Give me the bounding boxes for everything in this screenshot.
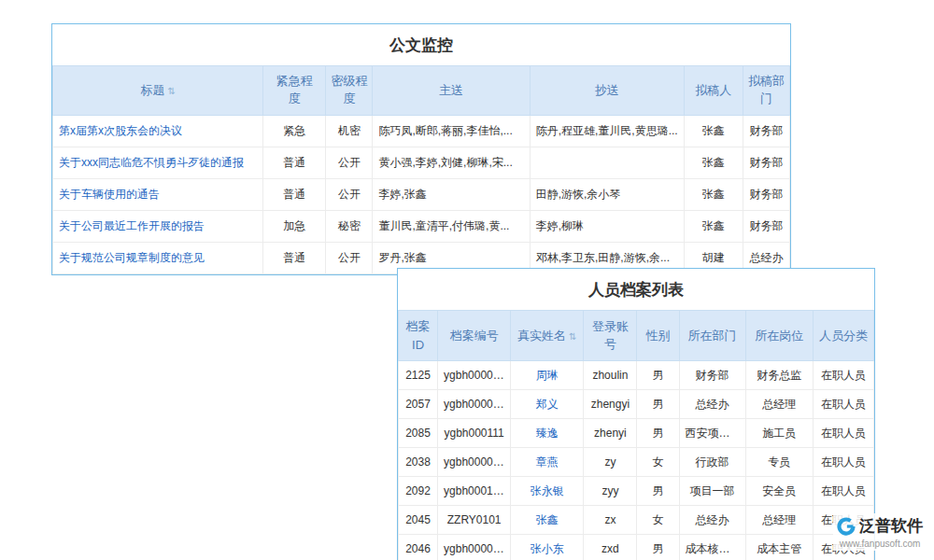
doc-title-link[interactable]: 关于车辆使用的通告 [59, 188, 160, 201]
brand-url[interactable]: www.fanpusoft.com [840, 539, 921, 549]
cell-gender: 男 [637, 419, 679, 448]
col-header-post: 所在岗位 [745, 311, 813, 361]
col-header-gender: 性别 [637, 311, 679, 361]
doc-monitor-table: 标题⇅ 紧急程度 密级程度 主送 抄送 拟稿人 拟稿部门 第x届第x次股东会的决… [52, 65, 790, 274]
cell-doc-title: 关于车辆使用的通告 [53, 178, 263, 210]
cell-urgency: 普通 [263, 147, 326, 178]
cell-category: 在职人员 [813, 361, 873, 390]
person-name-link[interactable]: 章燕 [536, 455, 559, 469]
col-header-archive-id-label: 档案ID [406, 319, 431, 352]
person-name-link[interactable]: 张鑫 [536, 513, 559, 526]
cell-account: zyy [584, 477, 637, 506]
cell-dept: 成本核算部 [679, 535, 745, 560]
doc-monitor-panel: 公文监控 标题⇅ 紧急程度 密级程度 主送 抄送 拟稿人 拟稿部门 第x届第x次… [51, 23, 791, 275]
col-header-cc-label: 抄送 [595, 83, 619, 97]
cell-archive-code: ygbh000068 [438, 390, 511, 419]
cell-real-name: 张小东 [511, 535, 584, 560]
col-header-main-send-label: 主送 [439, 83, 463, 97]
doc-title-link[interactable]: 关于xxx同志临危不惧勇斗歹徒的通报 [59, 156, 244, 169]
cell-drafter: 张鑫 [684, 178, 743, 210]
cell-gender: 女 [637, 448, 679, 477]
cell-urgency: 加急 [263, 210, 326, 242]
col-header-dept: 所在部门 [679, 311, 745, 361]
col-header-category: 人员分类 [813, 311, 873, 361]
col-header-account-label: 登录账号 [590, 318, 630, 354]
col-header-archive-code: 档案编号 [438, 311, 511, 361]
cell-post: 总经理 [745, 506, 813, 535]
col-header-secrecy: 密级程度 [326, 66, 373, 116]
cell-secrecy: 机密 [326, 115, 373, 147]
col-header-real-name[interactable]: 真实姓名⇅ [511, 311, 584, 361]
cell-category: 在职人员 [813, 448, 873, 477]
cell-gender: 女 [637, 506, 679, 535]
col-header-doc-title[interactable]: 标题⇅ [53, 66, 263, 116]
cell-draft-dept: 财务部 [743, 210, 789, 242]
cell-real-name: 周琳 [511, 361, 584, 390]
cell-main-send: 李婷,张鑫 [373, 178, 530, 210]
cell-cc: 陈丹,程亚雄,董川民,黄思璐... [530, 115, 684, 147]
col-header-drafter: 拟稿人 [684, 66, 743, 116]
cell-account: zy [584, 448, 637, 477]
cell-draft-dept: 财务部 [743, 178, 789, 210]
doc-title-link[interactable]: 关于公司最近工作开展的报告 [59, 219, 205, 232]
cell-gender: 男 [637, 361, 679, 390]
table-row: 第x届第x次股东会的决议 紧急 机密 陈巧凤,断郎,蒋丽,李佳怡,... 陈丹,… [53, 115, 790, 147]
table-row: 2045 ZZRY0101 张鑫 zx 女 总经办 总经理 在职人员 [399, 506, 874, 535]
cell-archive-id: 2038 [399, 448, 438, 477]
sort-icon[interactable]: ⇅ [569, 331, 576, 342]
col-header-urgency-label: 紧急程度 [275, 73, 314, 108]
doc-title-link[interactable]: 第x届第x次股东会的决议 [59, 124, 182, 137]
person-name-link[interactable]: 郑义 [536, 398, 559, 411]
person-name-link[interactable]: 臻逸 [536, 427, 559, 440]
sort-icon[interactable]: ⇅ [167, 86, 175, 96]
col-header-main-send: 主送 [373, 66, 530, 116]
cell-account: zhenyi [584, 419, 637, 448]
table-row: 2125 ygbh000070 周琳 zhoulin 男 财务部 财务总监 在职… [399, 361, 874, 390]
col-header-drafter-label: 拟稿人 [695, 83, 731, 97]
cell-doc-title: 关于公司最近工作开展的报告 [53, 210, 263, 242]
cell-doc-title: 关于规范公司规章制度的意见 [53, 242, 263, 273]
cell-archive-id: 2092 [399, 477, 438, 506]
doc-title-link[interactable]: 关于规范公司规章制度的意见 [59, 251, 205, 264]
cell-dept: 行政部 [679, 448, 745, 477]
cell-real-name: 章燕 [511, 448, 584, 477]
col-header-archive-id: 档案ID [399, 311, 438, 361]
cell-doc-title: 第x届第x次股东会的决议 [53, 115, 263, 147]
cell-secrecy: 公开 [326, 242, 373, 273]
cell-secrecy: 秘密 [326, 210, 373, 242]
col-header-real-name-label: 真实姓名 [517, 329, 566, 343]
cell-archive-id: 2046 [399, 535, 438, 560]
table-row: 2057 ygbh000068 郑义 zhengyi 男 总经办 总经理 在职人… [399, 390, 874, 419]
cell-main-send: 董川民,童清平,付伟璐,黄... [373, 210, 530, 242]
table-row: 2038 ygbh000038 章燕 zy 女 行政部 专员 在职人员 [399, 448, 874, 477]
cell-dept: 财务部 [679, 361, 745, 390]
cell-category: 在职人员 [813, 477, 873, 506]
cell-account: zx [584, 506, 637, 535]
cell-post: 财务总监 [745, 361, 813, 390]
cell-doc-title: 关于xxx同志临危不惧勇斗歹徒的通报 [53, 147, 263, 178]
cell-dept: 总经办 [679, 390, 745, 419]
col-header-secrecy-label: 密级程度 [330, 73, 369, 108]
personnel-table: 档案ID 档案编号 真实姓名⇅ 登录账号 性别 所在部门 所在岗位 人员分类 2… [398, 310, 874, 560]
person-name-link[interactable]: 周琳 [536, 369, 559, 382]
cell-account: zhengyi [584, 390, 637, 419]
col-header-doc-title-label: 标题 [140, 83, 164, 97]
cell-draft-dept: 财务部 [743, 147, 789, 178]
personnel-title: 人员档案列表 [398, 269, 874, 310]
cell-archive-id: 2057 [399, 390, 438, 419]
cell-urgency: 紧急 [263, 115, 326, 147]
cell-real-name: 张鑫 [511, 506, 584, 535]
brand-name: 泛普软件 [859, 515, 923, 537]
cell-archive-code: ygbh000104 [438, 477, 511, 506]
person-name-link[interactable]: 张永银 [531, 484, 564, 497]
doc-monitor-title: 公文监控 [52, 24, 790, 65]
col-header-urgency: 紧急程度 [263, 66, 326, 116]
doc-header-row: 标题⇅ 紧急程度 密级程度 主送 抄送 拟稿人 拟稿部门 [53, 66, 790, 116]
cell-real-name: 张永银 [511, 477, 584, 506]
person-name-link[interactable]: 张小东 [531, 542, 564, 555]
cell-archive-code: ygbh000070 [438, 361, 511, 390]
cell-urgency: 普通 [263, 242, 326, 273]
cell-draft-dept: 财务部 [743, 115, 789, 147]
cell-archive-code: ZZRY0101 [438, 506, 511, 535]
cell-category: 在职人员 [813, 390, 873, 419]
